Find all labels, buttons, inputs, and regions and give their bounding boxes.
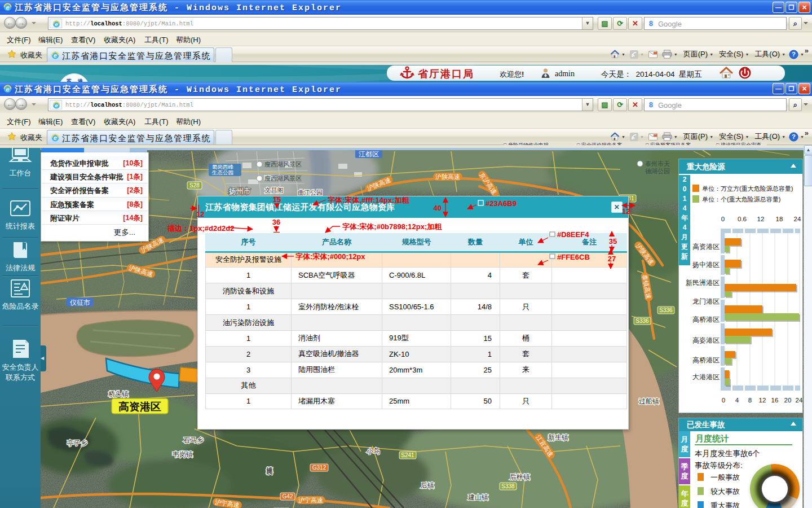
svg-text:27: 27 xyxy=(608,255,616,263)
svg-text:35: 35 xyxy=(609,237,617,246)
svg-text:15: 15 xyxy=(273,195,281,204)
svg-text:36: 36 xyxy=(272,218,280,226)
svg-text:字体:宋体;#0b7898;12px;加粗: 字体:宋体;#0b7898;12px;加粗 xyxy=(342,222,442,231)
svg-text:字体:宋体,#fff;14px;加粗: 字体:宋体,#fff;14px;加粗 xyxy=(328,196,409,204)
svg-text:12: 12 xyxy=(622,207,630,216)
svg-text:#FFE6CB: #FFE6CB xyxy=(557,253,590,261)
svg-text:描边：1px;#d2d2d2: 描边：1px;#d2d2d2 xyxy=(167,224,234,233)
svg-text:40: 40 xyxy=(434,204,442,212)
svg-text:#D8EEF4: #D8EEF4 xyxy=(557,230,589,239)
svg-text:字体:宋体;#000;12px: 字体:宋体;#000;12px xyxy=(295,252,365,261)
svg-text:#23A6B9: #23A6B9 xyxy=(486,199,517,208)
svg-text:12: 12 xyxy=(196,210,204,218)
